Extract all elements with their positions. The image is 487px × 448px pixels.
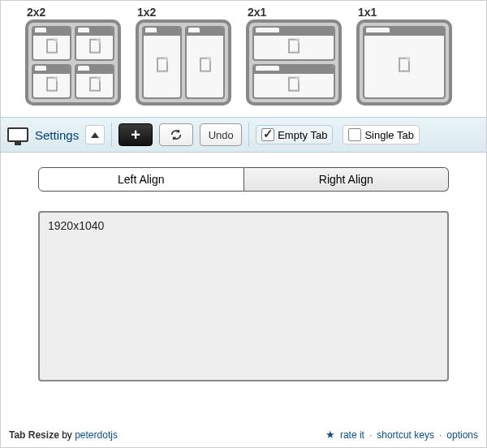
monitor-icon <box>7 127 28 142</box>
layout-tile <box>246 19 342 106</box>
refresh-button[interactable] <box>159 123 193 146</box>
shortcut-keys-link[interactable]: shortcut keys <box>377 429 434 441</box>
single-tab-label: Single Tab <box>364 129 413 141</box>
undo-button[interactable]: Undo <box>200 123 242 146</box>
empty-tab-toggle[interactable]: Empty Tab <box>256 125 333 144</box>
layout-tiles: 2x21x22x11x1 <box>1 1 486 117</box>
window-pane-icon <box>185 26 225 99</box>
window-pane-icon <box>363 26 446 99</box>
resolution-text: 1920x1040 <box>48 219 104 232</box>
chevron-up-icon <box>91 132 99 138</box>
document-icon <box>46 76 58 91</box>
document-icon <box>89 76 101 91</box>
document-icon <box>399 58 410 72</box>
layout-label: 1x2 <box>137 6 231 19</box>
window-pane-icon <box>32 64 71 99</box>
document-icon <box>288 38 300 53</box>
author-link[interactable]: peterdotjs <box>75 429 118 441</box>
left-align-button[interactable]: Left Align <box>38 167 244 192</box>
layout-option-2x2[interactable]: 2x2 <box>25 6 121 106</box>
document-icon <box>288 76 300 91</box>
document-icon <box>89 38 101 53</box>
window-pane-icon <box>75 64 114 99</box>
right-align-button[interactable]: Right Align <box>244 167 450 192</box>
window-pane-icon <box>75 26 114 61</box>
add-layout-button[interactable]: + <box>119 123 153 146</box>
refresh-icon <box>170 128 183 141</box>
footer: Tab Resize by peterdotjs ★ rate it · sho… <box>9 429 478 441</box>
checkbox-icon <box>348 128 361 141</box>
layout-label: 2x1 <box>248 6 342 19</box>
layout-tile <box>25 19 121 106</box>
separator-dot: · <box>369 429 372 441</box>
single-tab-toggle[interactable]: Single Tab <box>343 125 419 144</box>
rate-link[interactable]: rate it <box>340 429 364 441</box>
app-name: Tab Resize <box>9 429 59 441</box>
layout-tile <box>136 19 231 106</box>
layout-label: 1x1 <box>358 6 452 19</box>
divider <box>248 123 249 147</box>
checkbox-icon <box>261 128 274 141</box>
separator-dot: · <box>439 429 442 441</box>
document-icon <box>46 38 58 53</box>
layout-tile <box>356 19 452 106</box>
window-pane-icon <box>252 64 335 99</box>
empty-tab-label: Empty Tab <box>278 129 327 141</box>
document-icon <box>157 58 168 72</box>
window-pane-icon <box>252 26 335 61</box>
divider <box>111 123 112 147</box>
window-pane-icon <box>32 26 71 61</box>
credit-text: Tab Resize by peterdotjs <box>9 429 118 441</box>
document-icon <box>200 58 211 72</box>
align-group: Left Align Right Align <box>38 167 449 192</box>
layout-label: 2x2 <box>27 6 121 19</box>
toolbar: Settings + Undo Empty Tab Single Tab <box>1 117 486 153</box>
options-link[interactable]: options <box>446 429 478 441</box>
window-pane-icon <box>142 26 182 99</box>
layout-option-1x1[interactable]: 1x1 <box>356 6 452 106</box>
by-text: by <box>62 429 72 441</box>
collapse-button[interactable] <box>85 125 105 144</box>
plus-icon: + <box>131 126 140 144</box>
layout-option-2x1[interactable]: 2x1 <box>246 6 342 106</box>
layout-option-1x2[interactable]: 1x2 <box>136 6 231 106</box>
screen-preview: 1920x1040 <box>38 211 449 381</box>
settings-link[interactable]: Settings <box>35 128 79 142</box>
star-icon: ★ <box>325 429 335 441</box>
